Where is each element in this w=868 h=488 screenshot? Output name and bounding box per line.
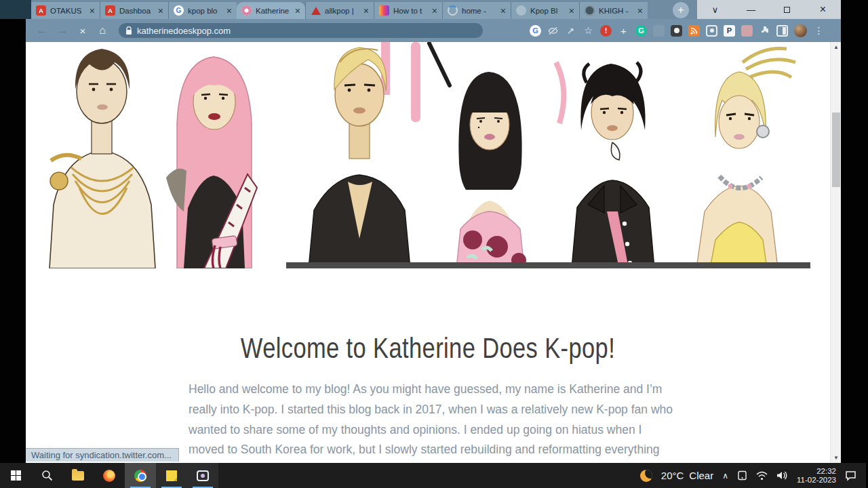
right-black-strip bbox=[841, 0, 868, 463]
extensions-puzzle-icon[interactable] bbox=[759, 25, 770, 37]
scroll-up-arrow[interactable]: ▲ bbox=[831, 42, 842, 52]
pink-extension-icon[interactable] bbox=[741, 25, 753, 37]
grammarly-extension-icon[interactable]: G bbox=[635, 25, 647, 37]
sticky-notes-button[interactable] bbox=[156, 463, 187, 488]
browser-tab-3[interactable]: kpop blo× bbox=[168, 2, 237, 19]
taskbar-search-button[interactable] bbox=[31, 463, 62, 488]
forward-button[interactable]: → bbox=[54, 19, 71, 42]
google-favicon-icon bbox=[174, 5, 184, 16]
firefox-icon bbox=[103, 470, 115, 482]
chrome-menu-icon[interactable]: ⋮ bbox=[813, 25, 825, 37]
dim-extension-icon[interactable] bbox=[653, 25, 665, 37]
banner-bottom-band bbox=[286, 262, 810, 268]
tab-close-icon[interactable]: × bbox=[90, 6, 95, 16]
intro-paragraph: Hello and welcome to my blog! As you mig… bbox=[189, 380, 674, 463]
start-button[interactable] bbox=[0, 463, 31, 488]
side-panel-icon[interactable] bbox=[776, 25, 788, 37]
plus-extension-icon[interactable]: + bbox=[618, 25, 629, 37]
browser-tab-8[interactable]: Kpop Bl× bbox=[511, 2, 579, 19]
webpage-viewport: Welcome to Katherine Does K-pop! Hello a… bbox=[26, 42, 830, 463]
tab-title: KHIGH - bbox=[599, 7, 635, 15]
tab-title: Dashboa bbox=[119, 7, 156, 15]
address-bar[interactable]: katherinedoeskpop.com bbox=[119, 23, 483, 38]
tabs-container: OTAKUS×Dashboa×kpop blo×Katherine×allkpo… bbox=[31, 2, 648, 19]
clock-date: 11-02-2023 bbox=[797, 476, 836, 485]
browser-toolbar: ← → × ⌂ katherinedoeskpop.com G ↗ ☆ ! + … bbox=[26, 19, 841, 42]
window-controls: ∨ — × bbox=[697, 0, 841, 19]
tab-strip: OTAKUS×Dashboa×kpop blo×Katherine×allkpo… bbox=[0, 0, 841, 19]
minimize-button[interactable]: — bbox=[733, 0, 769, 19]
idol-4-bob-dress bbox=[456, 72, 526, 268]
tab-title: Katherine bbox=[256, 7, 293, 15]
screen-capture-extension-icon[interactable] bbox=[706, 25, 717, 37]
chrome-icon bbox=[134, 470, 146, 482]
tab-close-icon[interactable]: × bbox=[363, 6, 369, 16]
browser-tab-1[interactable]: OTAKUS× bbox=[31, 2, 100, 19]
bookmark-star-icon[interactable]: ☆ bbox=[583, 25, 594, 37]
url-text: katherinedoeskpop.com bbox=[137, 26, 231, 36]
scrollbar-thumb[interactable] bbox=[832, 113, 840, 187]
wifi-icon[interactable] bbox=[756, 471, 768, 481]
weather-moon-icon[interactable] bbox=[640, 470, 652, 482]
clock-time: 22:32 bbox=[797, 467, 836, 476]
left-black-strip bbox=[0, 19, 26, 463]
paypal-extension-icon[interactable]: P bbox=[724, 25, 735, 37]
tab-close-icon[interactable]: × bbox=[226, 6, 232, 16]
tab-title: Kpop Bl bbox=[530, 7, 567, 15]
google-account-icon[interactable]: G bbox=[530, 25, 541, 37]
tabstrip-corner bbox=[0, 0, 31, 19]
person-extension-icon[interactable] bbox=[671, 25, 682, 37]
search-icon bbox=[41, 470, 53, 481]
tab-close-icon[interactable]: × bbox=[432, 6, 437, 16]
loading-status-bubble: Waiting for syndication.twitter.com... bbox=[26, 448, 179, 462]
tab-close-icon[interactable]: × bbox=[569, 6, 574, 16]
tab-title: allkpop | bbox=[325, 7, 361, 15]
tab-close-icon[interactable]: × bbox=[295, 6, 300, 16]
back-button[interactable]: ← bbox=[34, 19, 50, 42]
share-icon[interactable]: ↗ bbox=[565, 25, 576, 37]
browser-tab-9[interactable]: KHIGH -× bbox=[579, 2, 648, 19]
page-scrollbar[interactable]: ▲ ▼ bbox=[830, 42, 841, 463]
rss-extension-icon[interactable] bbox=[688, 25, 700, 37]
screen-recorder-button[interactable] bbox=[187, 463, 218, 488]
toolbar-right-icons: G ↗ ☆ ! + G P ⋮ bbox=[530, 19, 825, 42]
browser-tab-7[interactable]: home -× bbox=[442, 2, 511, 19]
clock-widget[interactable]: 22:32 11-02-2023 bbox=[797, 467, 836, 485]
browser-tab-4[interactable]: Katherine× bbox=[237, 2, 305, 19]
profile-avatar[interactable] bbox=[794, 24, 807, 37]
tab-close-icon[interactable]: × bbox=[500, 6, 506, 16]
maximize-button[interactable] bbox=[769, 0, 805, 19]
volume-icon[interactable] bbox=[776, 470, 788, 481]
red-square-favicon-icon bbox=[105, 5, 115, 16]
restore-icon bbox=[784, 7, 790, 13]
home-button[interactable]: ⌂ bbox=[94, 19, 111, 42]
side-panel-fill bbox=[783, 27, 786, 35]
stop-loading-button[interactable]: × bbox=[75, 19, 91, 42]
tab-search-button[interactable]: ∨ bbox=[697, 0, 733, 19]
firefox-button[interactable] bbox=[94, 463, 125, 488]
chrome-button[interactable] bbox=[125, 463, 156, 488]
blank-favicon-icon bbox=[516, 5, 526, 16]
tab-close-icon[interactable]: × bbox=[637, 6, 643, 16]
gradient-favicon-icon bbox=[379, 5, 389, 16]
page-title: Welcome to Katherine Does K-pop! bbox=[98, 332, 758, 365]
action-center-icon[interactable] bbox=[845, 470, 856, 481]
windows-logo-icon bbox=[11, 470, 21, 481]
spinner-favicon-icon bbox=[448, 5, 458, 16]
tab-close-icon[interactable]: × bbox=[158, 6, 163, 16]
browser-tab-2[interactable]: Dashboa× bbox=[100, 2, 168, 19]
browser-tab-5[interactable]: allkpop |× bbox=[305, 2, 374, 19]
tray-expand-chevron[interactable]: ∧ bbox=[722, 471, 728, 481]
browser-tab-6[interactable]: How to t× bbox=[374, 2, 442, 19]
site-favicon-icon bbox=[241, 5, 252, 16]
system-tray: 20°C Clear ∧ 22:32 11-02-2023 bbox=[640, 463, 866, 488]
weather-widget[interactable]: 20°C Clear bbox=[661, 470, 713, 481]
lock-icon bbox=[125, 26, 132, 35]
eye-slash-icon[interactable] bbox=[547, 25, 559, 37]
close-window-button[interactable]: × bbox=[805, 0, 841, 19]
file-explorer-button[interactable] bbox=[62, 463, 94, 488]
new-tab-button[interactable]: + bbox=[673, 2, 689, 18]
adblock-extension-icon[interactable]: ! bbox=[600, 25, 612, 37]
tablet-mode-icon[interactable] bbox=[737, 470, 747, 481]
scroll-down-arrow[interactable]: ▼ bbox=[831, 453, 842, 463]
